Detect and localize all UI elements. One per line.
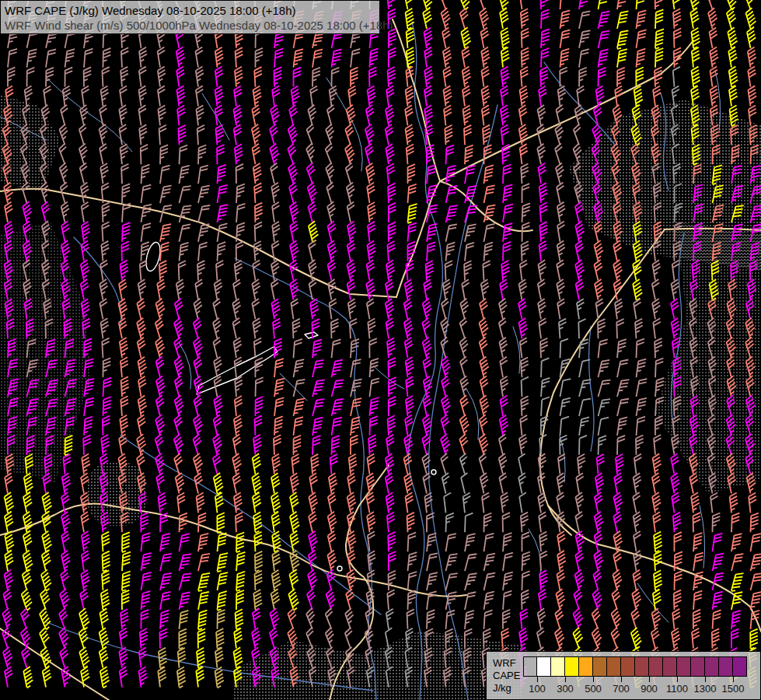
wind-barb [728,279,739,299]
wind-barb [218,242,226,261]
wind-barb [180,242,189,262]
wind-barb [119,667,129,687]
wind-barb [159,125,167,145]
wind-barb [427,222,437,243]
wind-barb [180,552,191,573]
wind-barb [294,68,302,87]
wind-barb [749,125,758,145]
wind-barb [637,416,646,436]
wind-barb [424,47,435,68]
wind-barb [441,395,453,416]
wind-barb [670,299,682,319]
wind-barb [385,647,396,667]
wind-barb [713,145,721,164]
wind-barb [81,222,91,242]
wind-barb [310,86,320,106]
wind-barb [611,163,624,184]
wind-barb [572,628,586,649]
wind-barb [101,435,110,455]
wind-barb [234,144,243,164]
wind-barb [21,182,33,203]
wind-barb [617,0,627,10]
wind-barb [61,492,72,513]
wind-barb [215,67,225,87]
wind-barb [80,473,91,493]
wind-barb [158,105,168,125]
wind-barb [63,454,72,474]
wind-barb [541,377,550,397]
wind-barb [61,512,72,532]
wind-barb [23,551,34,572]
wind-barb [503,532,511,552]
wind-barb [65,416,75,436]
wind-barb [613,492,625,513]
wind-barb [27,436,35,455]
wind-barb [100,512,110,532]
wind-barb [403,473,415,493]
wind-barb [594,512,606,533]
wind-barb [193,453,206,474]
wind-barb [484,204,496,224]
wind-barb [217,145,225,164]
wind-barb [5,454,15,474]
wind-barb [141,164,150,184]
wind-barb [498,473,510,493]
title-box: WRF CAPE (J/kg) Wednesday 08-10-2025 18:… [0,0,380,34]
wind-barb [500,86,510,106]
wind-barb [256,48,264,68]
wind-barb [102,67,110,86]
wind-barb [557,551,567,571]
wind-barb [574,201,586,222]
wind-barb [713,184,724,204]
wind-barb [407,242,415,261]
wind-barb [287,124,300,145]
wind-barb [121,164,130,184]
wind-barb [218,164,226,184]
wind-barb [713,610,721,630]
legend-cell [635,656,649,677]
wind-barb [24,299,34,319]
wind-barb [541,29,550,49]
wind-barb [745,415,758,436]
wind-barb [289,260,301,280]
wind-barb [137,415,148,435]
wind-barb [478,453,490,474]
wind-barb [369,338,377,358]
wind-barb [366,590,377,610]
wind-barb [328,473,339,493]
wind-barb [251,105,262,125]
wind-barb [217,590,226,611]
wind-barb [560,397,571,417]
wind-barb [557,473,567,493]
wind-barb [445,261,453,280]
wind-barb [522,590,529,610]
wind-barb [253,163,263,184]
wind-barb [233,415,243,436]
wind-barb [713,242,721,262]
wind-barb [351,436,358,455]
wind-barb [408,164,416,184]
wind-barb [446,222,457,243]
wind-barb [155,338,167,359]
wind-barb [560,358,571,378]
wind-barb [347,512,358,532]
wind-barb [82,319,92,339]
wind-barb [22,201,33,222]
wind-barb [81,551,91,571]
wind-barb [560,9,571,30]
wind-barb [103,416,110,436]
wind-barb [138,86,148,106]
wind-barb [294,378,305,399]
wind-barb [592,589,605,610]
wind-barb [610,143,624,164]
wind-barb [673,164,682,184]
wind-barb [692,628,701,649]
wind-barb [46,416,56,436]
wind-barb [631,589,643,610]
wind-barb [707,318,719,339]
wind-barb [370,377,379,397]
legend-cell [649,656,663,677]
wind-barb [693,590,702,611]
wind-barb [438,0,452,9]
wind-barb [502,145,511,164]
